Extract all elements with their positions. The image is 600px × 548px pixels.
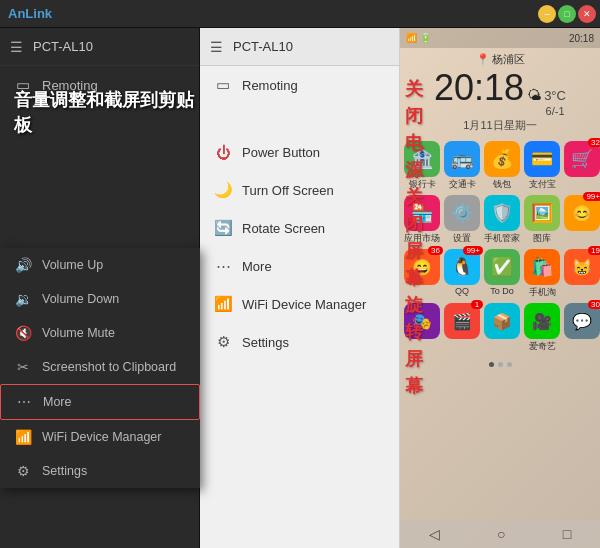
- dropdown-volume-up[interactable]: 🔊 Volume Up: [0, 248, 200, 282]
- app-logo: AnLink: [8, 6, 52, 21]
- list-item[interactable]: 🎬 1: [444, 303, 480, 353]
- list-item[interactable]: 💳 支付宝: [524, 141, 560, 191]
- list-item[interactable]: 😊 99+: [564, 195, 600, 245]
- middle-panel-title: PCT-AL10: [233, 39, 293, 54]
- phone-status-bar: 📶 🔋 20:18: [400, 28, 600, 48]
- middle-settings-label: Settings: [242, 335, 289, 350]
- left-panel-title: PCT-AL10: [33, 39, 93, 54]
- list-item[interactable]: ✅ To Do: [484, 249, 520, 299]
- wifi-device-icon: 📶: [14, 429, 32, 445]
- wifi-device-label: WiFi Device Manager: [42, 430, 161, 444]
- middle-turnoff[interactable]: 🌙 Turn Off Screen: [200, 171, 399, 209]
- list-item[interactable]: 🚌 交通卡: [444, 141, 480, 191]
- volume-mute-label: Volume Mute: [42, 326, 115, 340]
- middle-turnoff-icon: 🌙: [214, 181, 232, 199]
- volume-down-icon: 🔉: [14, 291, 32, 307]
- list-item[interactable]: 😄 36: [404, 249, 440, 299]
- app-icon-img: 💬 30: [564, 303, 600, 339]
- phone-recent-button[interactable]: □: [563, 526, 571, 542]
- page-dots: [400, 359, 600, 370]
- middle-power[interactable]: ⏻ Power Button: [200, 134, 399, 171]
- status-time: 20:18: [569, 33, 594, 44]
- list-item[interactable]: 🛡️ 手机管家: [484, 195, 520, 245]
- app-icon-img: 💰: [484, 141, 520, 177]
- app-icon-img: 🛡️: [484, 195, 520, 231]
- dot-3: [507, 362, 512, 367]
- main-area: ☰ PCT-AL10 ▭ Remoting 音量调整和截屏到剪贴板 🔊 Volu…: [0, 28, 600, 548]
- remoting-label: Remoting: [42, 78, 98, 93]
- list-item[interactable]: 🛒 32: [564, 141, 600, 191]
- dropdown-settings[interactable]: ⚙ Settings: [0, 454, 200, 488]
- list-item[interactable]: 💬 30: [564, 303, 600, 353]
- middle-settings[interactable]: ⚙ Settings: [200, 323, 399, 361]
- list-item[interactable]: 🎥 爱奇艺: [524, 303, 560, 353]
- volume-mute-icon: 🔇: [14, 325, 32, 341]
- more-label: More: [43, 395, 71, 409]
- clock-area: 📍 杨浦区 20:18 🌤 3°C 6/-1 1月11日星期一: [400, 48, 600, 135]
- phone-back-button[interactable]: ◁: [429, 526, 440, 542]
- middle-wifi-icon: 📶: [214, 295, 232, 313]
- dropdown-screenshot[interactable]: ✂ Screenshot to Clipboard: [0, 350, 200, 384]
- app-icon-img: ✅: [484, 249, 520, 285]
- list-item[interactable]: ⚙️ 设置: [444, 195, 480, 245]
- maximize-button[interactable]: □: [558, 5, 576, 23]
- dropdown-volume-mute[interactable]: 🔇 Volume Mute: [0, 316, 200, 350]
- temperature: 3°C 6/-1: [544, 88, 566, 118]
- hamburger-icon[interactable]: ☰: [10, 39, 23, 55]
- middle-remoting-label: Remoting: [242, 78, 298, 93]
- app-icon-img: 🐧 99+: [444, 249, 480, 285]
- list-item[interactable]: 🛍️ 手机淘: [524, 249, 560, 299]
- phone-home-button[interactable]: ○: [497, 526, 505, 542]
- clock-location: 📍 杨浦区: [400, 52, 600, 67]
- list-item[interactable]: 🖼️ 图库: [524, 195, 560, 245]
- volume-down-label: Volume Down: [42, 292, 119, 306]
- middle-hamburger-icon[interactable]: ☰: [210, 39, 223, 55]
- list-item[interactable]: 🐧 99+ QQ: [444, 249, 480, 299]
- middle-panel: ☰ PCT-AL10 ▭ Remoting ⏻ Power Button 🌙 T…: [200, 28, 400, 548]
- list-item[interactable]: 💰 钱包: [484, 141, 520, 191]
- dropdown-wifi-device[interactable]: 📶 WiFi Device Manager: [0, 420, 200, 454]
- middle-rotate-icon: 🔄: [214, 219, 232, 237]
- clock-time: 20:18 🌤 3°C 6/-1: [400, 67, 600, 118]
- screenshot-icon: ✂: [14, 359, 32, 375]
- middle-more-icon: ⋯: [214, 257, 232, 275]
- middle-turnoff-label: Turn Off Screen: [242, 183, 334, 198]
- minimize-button[interactable]: –: [538, 5, 556, 23]
- list-item[interactable]: 🏦 银行卡: [404, 141, 440, 191]
- middle-wifi[interactable]: 📶 WiFi Device Manager: [200, 285, 399, 323]
- app-icon-img: 🏪: [404, 195, 440, 231]
- dot-2: [498, 362, 503, 367]
- window-controls: – □ ✕: [538, 0, 596, 28]
- volume-up-label: Volume Up: [42, 258, 103, 272]
- location-pin-icon: 📍: [476, 53, 490, 66]
- list-item[interactable]: 📦: [484, 303, 520, 353]
- phone-screen: 📶 🔋 20:18 📍 杨浦区 20:18 🌤 3°C: [400, 28, 600, 548]
- middle-panel-header: ☰ PCT-AL10: [200, 28, 399, 66]
- phone-nav-bar: ◁ ○ □: [400, 520, 600, 548]
- list-item[interactable]: 😸 19: [564, 249, 600, 299]
- list-item[interactable]: 🏪 应用市场: [404, 195, 440, 245]
- nav-item-remoting[interactable]: ▭ Remoting: [0, 66, 199, 104]
- app-icon-img: ⚙️: [444, 195, 480, 231]
- middle-rotate[interactable]: 🔄 Rotate Screen: [200, 209, 399, 247]
- dropdown-more[interactable]: ⋯ More: [0, 384, 200, 420]
- weather-icon: 🌤: [527, 87, 541, 103]
- middle-wifi-label: WiFi Device Manager: [242, 297, 366, 312]
- app-icon-img: 🛒 32: [564, 141, 600, 177]
- dropdown-menu: 🔊 Volume Up 🔉 Volume Down 🔇 Volume Mute …: [0, 248, 200, 488]
- app-icon-img: 🏦: [404, 141, 440, 177]
- dropdown-volume-down[interactable]: 🔉 Volume Down: [0, 282, 200, 316]
- more-icon: ⋯: [15, 394, 33, 410]
- middle-more[interactable]: ⋯ More: [200, 247, 399, 285]
- volume-up-icon: 🔊: [14, 257, 32, 273]
- middle-remoting-icon: ▭: [214, 76, 232, 94]
- middle-power-icon: ⏻: [214, 144, 232, 161]
- app-icon-img: 🎭: [404, 303, 440, 339]
- app-icon-img: 😄 36: [404, 249, 440, 285]
- app-icon-img: 😸 19: [564, 249, 600, 285]
- middle-remoting[interactable]: ▭ Remoting: [200, 66, 399, 104]
- middle-power-label: Power Button: [242, 145, 320, 160]
- left-panel: ☰ PCT-AL10 ▭ Remoting 音量调整和截屏到剪贴板 🔊 Volu…: [0, 28, 200, 548]
- list-item[interactable]: 🎭: [404, 303, 440, 353]
- close-button[interactable]: ✕: [578, 5, 596, 23]
